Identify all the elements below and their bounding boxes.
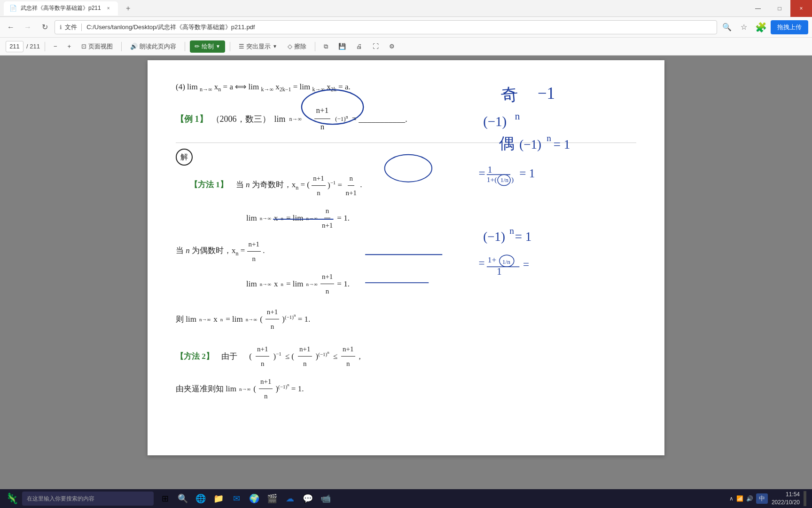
taskbar-search[interactable]: 在这里输入你要搜索的内容 xyxy=(22,492,154,506)
taskbar-video-icon[interactable]: 📹 xyxy=(318,491,333,506)
formula-4-label: (4) lim xyxy=(176,82,198,91)
page-total: / 211 xyxy=(26,43,40,50)
taskbar-explorer-icon[interactable]: 📁 xyxy=(211,491,226,506)
example-label: 【例 1】 xyxy=(176,111,208,127)
highlight-icon: ☰ xyxy=(239,43,244,50)
browser-tab[interactable]: 📄 武忠祥《高等数学基础篇》p211 × xyxy=(4,1,118,16)
path-prefix: 文件 xyxy=(65,23,77,32)
forward-button[interactable]: → xyxy=(21,20,35,34)
upload-button[interactable]: 拖拽上传 xyxy=(771,20,808,34)
tab-title: 武忠祥《高等数学基础篇》p211 xyxy=(21,4,101,12)
tab-favicon: 📄 xyxy=(9,5,17,12)
fit-page-button[interactable]: ⊡ 页面视图 xyxy=(78,40,117,53)
new-tab-button[interactable]: + xyxy=(122,2,135,15)
title-bar: 📄 武忠祥《高等数学基础篇》p211 × + — □ × xyxy=(0,0,812,17)
erase-icon: ◇ xyxy=(288,43,292,50)
read-icon: 🔊 xyxy=(130,43,138,50)
tray-volume-icon[interactable]: 🔊 xyxy=(746,495,753,502)
highlight-button[interactable]: ☰ 突出显示 ▼ xyxy=(235,40,281,53)
example-year: （2006，数三） xyxy=(211,111,271,127)
system-tray: ∧ 📶 🔊 中 xyxy=(729,493,768,504)
extensions-icon[interactable]: 🧩 xyxy=(754,20,768,34)
erase-button[interactable]: ◇ 擦除 xyxy=(284,40,310,53)
maximize-button[interactable]: □ xyxy=(769,0,790,17)
read-aloud-button[interactable]: 🔊 朗读此页内容 xyxy=(126,40,180,53)
taskbar-icons: ⊞ 🔍 🌐 📁 ✉ 🌍 🎬 ☁ 💬 📹 xyxy=(157,491,333,506)
toolbar-separator-2 xyxy=(121,42,122,51)
pdf-viewer: 奇 −1 (−1) n 偶 (−1) n = 1 = 1 1+( 1/n ) =… xyxy=(0,56,812,489)
subscript-n: n→∞ xyxy=(200,86,212,93)
address-bar: ← → ↻ ℹ 文件 │ C:/Users/tanlong/Desktop/武忠… xyxy=(0,17,812,38)
toolbar-separator-4 xyxy=(230,42,230,51)
save-button[interactable]: 💾 xyxy=(335,41,350,52)
date: 2022/10/20 xyxy=(772,499,800,507)
taskbar-mascot: 🦎 xyxy=(6,492,18,505)
search-placeholder-text: 在这里输入你要搜索的内容 xyxy=(27,495,94,503)
taskbar-app1-icon[interactable]: 🎬 xyxy=(265,491,280,506)
taskbar-wechat-icon[interactable]: 💬 xyxy=(300,491,315,506)
tray-up-icon[interactable]: ∧ xyxy=(729,495,734,502)
highlight-dropdown-icon[interactable]: ▼ xyxy=(273,44,277,49)
toolbar-separator-3 xyxy=(185,42,185,51)
taskbar-right: ∧ 📶 🔊 中 11:54 2022/10/20 xyxy=(729,491,806,507)
tab-close-button[interactable]: × xyxy=(105,5,112,12)
show-desktop-button[interactable] xyxy=(804,491,806,506)
close-button[interactable]: × xyxy=(790,0,812,17)
zoom-in-button[interactable]: + xyxy=(64,41,75,52)
method2-label: 【方法 2】 xyxy=(176,349,214,365)
print-button[interactable]: 🖨 xyxy=(352,41,366,52)
zoom-out-button[interactable]: − xyxy=(50,41,61,52)
tray-network-icon: 📶 xyxy=(736,495,743,502)
pdf-page: 奇 −1 (−1) n 偶 (−1) n = 1 = 1 1+( 1/n ) =… xyxy=(148,60,664,455)
solution-circle: 解 xyxy=(176,149,193,166)
settings-button[interactable]: ⚙ xyxy=(385,41,398,52)
refresh-button[interactable]: ↻ xyxy=(38,20,52,34)
pdf-toolbar: / 211 − + ⊡ 页面视图 🔊 朗读此页内容 ✏ 绘制 ▼ ☰ 突出显示 … xyxy=(0,38,812,56)
draw-dropdown-icon[interactable]: ▼ xyxy=(216,44,220,49)
fit-icon: ⊡ xyxy=(81,43,86,50)
toolbar-separator xyxy=(45,42,45,51)
fullscreen-button[interactable]: ⛶ xyxy=(369,41,383,52)
search-icon[interactable]: 🔍 xyxy=(720,20,734,34)
clock[interactable]: 11:54 2022/10/20 xyxy=(772,491,800,507)
copy-button[interactable]: ⧉ xyxy=(320,41,332,52)
pdf-content: (4) lim n→∞ xn = a ⟺ lim k→∞ x2k−1 = lim… xyxy=(176,79,636,403)
toolbar-separator-5 xyxy=(315,42,315,51)
taskbar-mail-icon[interactable]: ✉ xyxy=(229,491,244,506)
taskbar-app2-icon[interactable]: ☁ xyxy=(282,491,297,506)
page-input[interactable] xyxy=(6,41,23,52)
draw-icon: ✏ xyxy=(195,43,200,50)
taskbar-start-icon[interactable]: ⊞ xyxy=(157,491,172,506)
taskbar-edge-icon[interactable]: 🌐 xyxy=(193,491,208,506)
window-controls: — □ × xyxy=(747,0,812,17)
language-indicator[interactable]: 中 xyxy=(756,493,768,504)
method1-label: 【方法 1】 xyxy=(190,181,228,190)
favorites-icon[interactable]: ☆ xyxy=(737,20,751,34)
file-path: C:/Users/tanlong/Desktop/武忠祥《高等数学基础篇》p21… xyxy=(86,23,255,32)
time: 11:54 xyxy=(772,491,800,499)
url-bar[interactable]: ℹ 文件 │ C:/Users/tanlong/Desktop/武忠祥《高等数学… xyxy=(55,20,717,34)
taskbar-browser-icon[interactable]: 🌍 xyxy=(247,491,262,506)
taskbar-search-icon[interactable]: 🔍 xyxy=(175,491,190,506)
back-button[interactable]: ← xyxy=(4,20,18,34)
minimize-button[interactable]: — xyxy=(747,0,769,17)
info-icon: ℹ xyxy=(60,24,62,31)
taskbar: 🦎 在这里输入你要搜索的内容 ⊞ 🔍 🌐 📁 ✉ 🌍 🎬 ☁ 💬 📹 ∧ 📶 🔊… xyxy=(0,489,812,508)
solution-divider xyxy=(176,143,636,143)
draw-button[interactable]: ✏ 绘制 ▼ xyxy=(190,40,225,53)
